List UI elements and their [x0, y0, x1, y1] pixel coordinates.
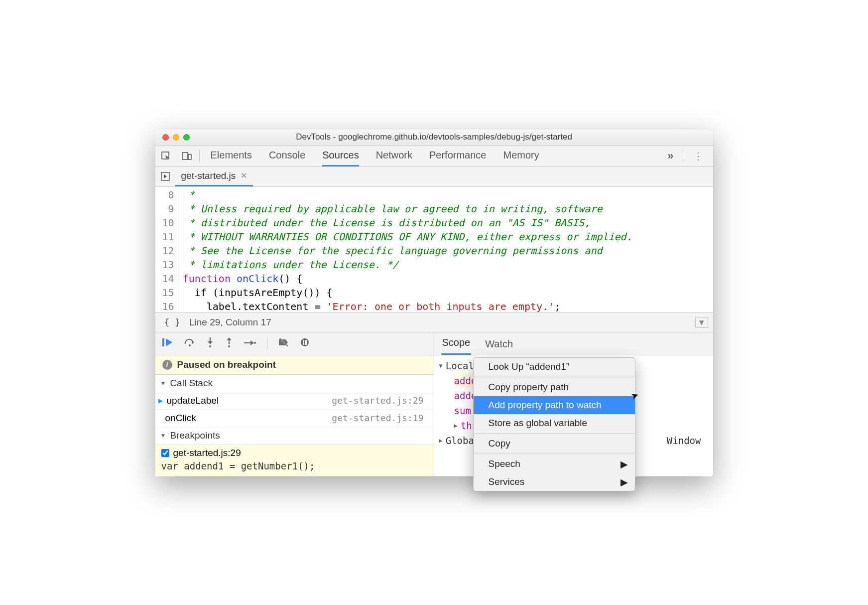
- svg-point-14: [301, 338, 309, 346]
- menu-item[interactable]: Add property path to watch: [474, 396, 635, 414]
- svg-point-7: [209, 345, 211, 347]
- deactivate-breakpoints-icon[interactable]: [278, 338, 289, 349]
- svg-rect-16: [305, 340, 307, 345]
- call-stack-list: updateLabelget-started.js:29onClickget-s…: [155, 392, 434, 427]
- tab-network[interactable]: Network: [376, 146, 412, 166]
- chevron-down-icon: ▼: [160, 380, 166, 387]
- svg-point-11: [254, 342, 256, 344]
- chevron-down-icon: ▼: [439, 358, 443, 373]
- devtools-window: DevTools - googlechrome.github.io/devtoo…: [155, 129, 713, 476]
- chevron-down-icon: ▼: [160, 432, 166, 439]
- svg-point-5: [189, 344, 191, 346]
- breakpoint-code: var addend1 = getNumber1();: [161, 460, 428, 471]
- file-tab-label: get-started.js: [181, 170, 236, 181]
- step-out-icon[interactable]: [225, 337, 233, 350]
- tab-scope[interactable]: Scope: [441, 332, 472, 355]
- tab-console[interactable]: Console: [269, 146, 305, 166]
- tabs-overflow-icon[interactable]: »: [658, 150, 682, 162]
- step-over-icon[interactable]: [184, 338, 195, 349]
- menu-item[interactable]: Speech▶: [474, 455, 635, 473]
- menu-item[interactable]: Look Up “addend1”: [474, 358, 635, 376]
- pause-exceptions-icon[interactable]: [300, 338, 309, 349]
- pause-banner-text: Paused on breakpoint: [177, 359, 276, 370]
- more-icon[interactable]: ⋮: [683, 150, 713, 162]
- scope-watch-tabs: Scope Watch: [434, 332, 713, 355]
- step-icon[interactable]: [244, 338, 256, 349]
- panel-tabs: ElementsConsoleSourcesNetworkPerformance…: [211, 146, 539, 166]
- tab-watch[interactable]: Watch: [484, 333, 514, 355]
- call-stack-frame[interactable]: updateLabelget-started.js:29: [155, 392, 434, 410]
- info-icon: i: [162, 360, 172, 370]
- pretty-print-icon[interactable]: { }: [155, 317, 190, 327]
- main-toolbar: ElementsConsoleSourcesNetworkPerformance…: [155, 146, 713, 167]
- close-icon[interactable]: ✕: [241, 171, 247, 180]
- breakpoint-item[interactable]: get-started.js:29 var addend1 = getNumbe…: [155, 445, 434, 476]
- breakpoint-checkbox[interactable]: [161, 449, 169, 457]
- svg-point-9: [228, 345, 230, 347]
- inspect-icon[interactable]: [155, 151, 176, 161]
- menu-item[interactable]: Services▶: [474, 473, 635, 491]
- tab-elements[interactable]: Elements: [211, 146, 252, 166]
- editor-statusbar: { } Line 29, Column 17 ▾: [155, 312, 713, 332]
- code-area[interactable]: * * Unless required by applicable law or…: [179, 187, 632, 312]
- debugger-panel: i Paused on breakpoint ▼ Call Stack upda…: [155, 332, 434, 476]
- pause-banner: i Paused on breakpoint: [155, 355, 434, 375]
- svg-rect-2: [188, 154, 191, 159]
- file-tabbar: get-started.js ✕: [155, 167, 713, 187]
- breakpoint-label: get-started.js:29: [173, 448, 241, 458]
- navigator-toggle-icon[interactable]: [155, 172, 175, 181]
- menu-item[interactable]: Copy: [474, 435, 635, 453]
- tab-performance[interactable]: Performance: [429, 146, 487, 166]
- svg-rect-1: [182, 152, 188, 159]
- scope-global-value: Window: [667, 433, 708, 448]
- bottom-panels: i Paused on breakpoint ▼ Call Stack upda…: [155, 332, 713, 476]
- line-gutter: 8910111213141516: [155, 187, 179, 312]
- editor[interactable]: 8910111213141516 * * Unless required by …: [155, 187, 713, 312]
- resume-icon[interactable]: [162, 338, 173, 349]
- debugger-toolbar: [155, 332, 434, 355]
- menu-item[interactable]: Store as global variable: [474, 414, 635, 432]
- menu-item[interactable]: Copy property path: [474, 378, 635, 396]
- breakpoints-header[interactable]: ▼ Breakpoints: [155, 427, 434, 445]
- titlebar: DevTools - googlechrome.github.io/devtoo…: [155, 129, 713, 146]
- scope-panel: Scope Watch ▼ Local addend1: undefinedad…: [434, 332, 713, 476]
- file-tab[interactable]: get-started.js ✕: [175, 167, 253, 186]
- tab-sources[interactable]: Sources: [322, 146, 359, 166]
- device-toggle-icon[interactable]: [176, 151, 197, 161]
- context-menu: Look Up “addend1”Copy property pathAdd p…: [473, 357, 635, 491]
- call-stack-header[interactable]: ▼ Call Stack: [155, 375, 434, 392]
- window-title: DevTools - googlechrome.github.io/devtoo…: [155, 132, 713, 142]
- step-into-icon[interactable]: [206, 337, 214, 350]
- tab-memory[interactable]: Memory: [503, 146, 539, 166]
- svg-rect-4: [162, 338, 164, 346]
- cursor-position: Line 29, Column 17: [189, 317, 271, 328]
- chevron-right-icon: ▶: [439, 433, 443, 448]
- coverage-toggle-icon[interactable]: ▾: [695, 317, 708, 328]
- call-stack-frame[interactable]: onClickget-started.js:19: [155, 410, 434, 427]
- svg-rect-15: [303, 340, 304, 345]
